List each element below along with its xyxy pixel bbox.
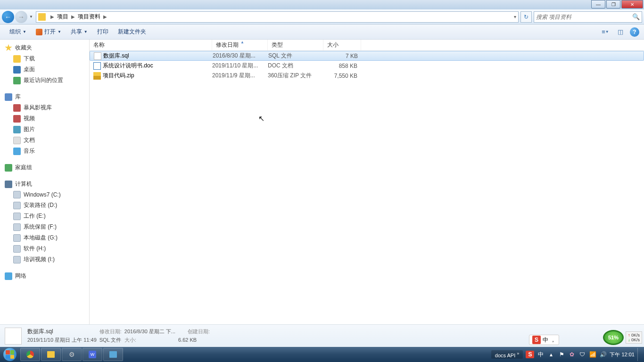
breadcrumb-item[interactable]: 项目资料 <box>78 13 100 21</box>
file-name: 数据库.sql <box>103 52 213 60</box>
minimize-button[interactable]: — <box>591 0 605 8</box>
taskbar-item-wps[interactable]: W <box>83 348 102 361</box>
tray-chevron-up-icon[interactable]: ▴ <box>547 351 555 358</box>
file-row[interactable]: 项目代码.zip2019/11/9 星期...360压缩 ZIP 文件7,550… <box>90 71 644 81</box>
start-button[interactable] <box>0 347 20 362</box>
taskbar-item-app[interactable] <box>103 348 123 361</box>
sidebar-item-recent[interactable]: 最近访问的位置 <box>0 75 89 86</box>
new-folder-button[interactable]: 新建文件夹 <box>113 25 151 39</box>
sidebar-item-documents[interactable]: 文档 <box>0 135 89 146</box>
open-button[interactable]: 打开▼ <box>31 25 66 39</box>
file-icon <box>93 62 101 70</box>
back-arrow-icon: ← <box>5 13 11 21</box>
float-badges: 51% ↑ 0K/s ↓ 0K/s <box>603 330 642 345</box>
file-icon <box>94 52 101 60</box>
sidebar-homegroup-header[interactable]: 家庭组 <box>0 162 89 173</box>
network-speed-badge[interactable]: ↑ 0K/s ↓ 0K/s <box>626 331 642 344</box>
taskbar-item-explorer[interactable] <box>41 348 61 361</box>
sidebar-favorites-header[interactable]: 收藏夹 <box>0 42 89 53</box>
sidebar-item-drive-e[interactable]: 工作 (E:) <box>0 211 89 222</box>
sidebar-item-drive-i[interactable]: 培训视频 (I:) <box>0 254 89 265</box>
sogou-icon: S <box>532 336 541 344</box>
battery-badge[interactable]: 51% <box>603 330 624 345</box>
sidebar-item-drive-c[interactable]: Windows7 (C:) <box>0 189 89 200</box>
tray-sogou-icon[interactable]: S <box>526 351 534 358</box>
refresh-button[interactable]: ↻ <box>520 11 532 23</box>
details-size: 6.62 KB <box>178 337 210 343</box>
net-down: ↓ 0K/s <box>628 337 640 342</box>
music-icon <box>13 148 21 155</box>
sidebar-item-downloads[interactable]: 下载 <box>0 53 89 64</box>
sidebar-item-pictures[interactable]: 图片 <box>0 124 89 135</box>
search-input[interactable] <box>536 14 632 20</box>
tray-clock[interactable]: 下午 12:01 <box>610 351 635 358</box>
share-menu[interactable]: 共享▼ <box>66 25 92 39</box>
sidebar-item-drive-g[interactable]: 本地磁盘 (G:) <box>0 232 89 243</box>
organize-menu[interactable]: 组织▼ <box>5 25 31 39</box>
close-button[interactable]: ✕ <box>621 0 643 8</box>
sidebar-item-desktop[interactable]: 桌面 <box>0 64 89 75</box>
preview-pane-button[interactable]: ◫ <box>615 27 626 37</box>
sidebar-item-storm[interactable]: 暴风影视库 <box>0 102 89 113</box>
tray-network-icon[interactable]: 📶 <box>589 351 596 358</box>
file-row[interactable]: 数据库.sql2016/8/30 星期...SQL 文件7 KB <box>90 51 644 61</box>
titlebar: — ❐ ✕ <box>0 0 644 9</box>
print-button[interactable]: 打印 <box>92 25 113 39</box>
column-header-date[interactable]: 修改日期 <box>212 40 268 50</box>
taskbar-item-chrome[interactable] <box>20 348 40 361</box>
folder-icon <box>47 351 55 358</box>
search-box[interactable]: 🔍 <box>534 11 642 23</box>
sidebar-network-header[interactable]: 网络 <box>0 271 89 281</box>
tray-flower-icon[interactable]: ✿ <box>568 351 576 358</box>
column-header-name[interactable]: 名称 <box>90 40 212 50</box>
sidebar-item-drive-h[interactable]: 软件 (H:) <box>0 243 89 254</box>
breadcrumb-item[interactable]: 项目 <box>57 13 68 21</box>
wps-icon: W <box>89 351 96 358</box>
windows-logo-icon <box>3 348 17 361</box>
column-header-size[interactable]: 大小 <box>323 40 361 50</box>
view-mode-button[interactable]: ≡ ▼ <box>600 27 611 37</box>
tray-volume-icon[interactable]: 🔊 <box>599 351 607 358</box>
file-type: DOC 文档 <box>268 62 323 70</box>
file-row[interactable]: 系统设计说明书.doc2019/11/10 星期...DOC 文档858 KB <box>90 61 644 71</box>
column-header-type[interactable]: 类型 <box>268 40 323 50</box>
file-date: 2019/11/10 星期... <box>212 62 268 70</box>
file-thumbnail-icon <box>5 328 22 345</box>
tray-flag-icon[interactable]: ⚑ <box>558 351 565 358</box>
file-name: 项目代码.zip <box>103 72 212 80</box>
maximize-button[interactable]: ❐ <box>606 0 620 8</box>
drive-icon <box>13 191 21 198</box>
details-created: 2019/11/10 星期日 上午 11:49 <box>27 337 97 344</box>
drive-icon <box>13 223 21 231</box>
sidebar-item-drive-f[interactable]: 系统保留 (F:) <box>0 222 89 232</box>
navbar: ← → ▼ ▶ 项目 ▶ 项目资料 ▶ ▾ ↻ 🔍 <box>0 9 644 25</box>
file-list: 数据库.sql2016/8/30 星期...SQL 文件7 KB系统设计说明书.… <box>90 51 644 81</box>
sidebar-item-music[interactable]: 音乐 <box>0 146 89 156</box>
sidebar-libraries-header[interactable]: 库 <box>0 91 89 102</box>
forward-button[interactable]: → <box>15 11 27 23</box>
video-icon <box>13 104 21 112</box>
search-icon[interactable]: 🔍 <box>632 13 640 21</box>
tray-shield-icon[interactable]: 🛡 <box>578 351 586 358</box>
show-desktop-button[interactable] <box>637 348 641 361</box>
explorer-window: — ❐ ✕ ← → ▼ ▶ 项目 ▶ 项目资料 ▶ ▾ ↻ 🔍 组织▼ 打开▼ … <box>0 0 644 347</box>
help-button[interactable]: ? <box>630 27 639 37</box>
taskbar-item-settings[interactable]: ⚙ <box>62 348 82 361</box>
details-created-label: 创建日期: <box>188 328 210 335</box>
file-list-area[interactable]: ▲ 名称 修改日期 类型 大小 数据库.sql2016/8/30 星期...SQ… <box>90 40 644 324</box>
tray-ime[interactable]: 中 <box>537 351 545 358</box>
ime-float-bar[interactable]: S 中 ， <box>529 335 559 345</box>
ime-mode[interactable]: 中 <box>543 336 548 344</box>
file-name: 系统设计说明书.doc <box>103 62 212 70</box>
back-button[interactable]: ← <box>2 11 14 23</box>
nav-history-dropdown[interactable]: ▼ <box>28 15 34 19</box>
chrome-icon <box>26 351 34 358</box>
sidebar-item-drive-d[interactable]: 安装路径 (D:) <box>0 200 89 211</box>
recent-icon <box>13 77 21 84</box>
breadcrumb[interactable]: ▶ 项目 ▶ 项目资料 ▶ ▾ <box>36 11 519 23</box>
chevron-down-icon[interactable]: ▾ <box>514 14 516 19</box>
sidebar-item-videos[interactable]: 视频 <box>0 113 89 124</box>
ime-punct[interactable]: ， <box>550 336 556 344</box>
tray-docs-api[interactable]: docs API » <box>491 350 523 359</box>
sidebar-computer-header[interactable]: 计算机 <box>0 179 89 189</box>
